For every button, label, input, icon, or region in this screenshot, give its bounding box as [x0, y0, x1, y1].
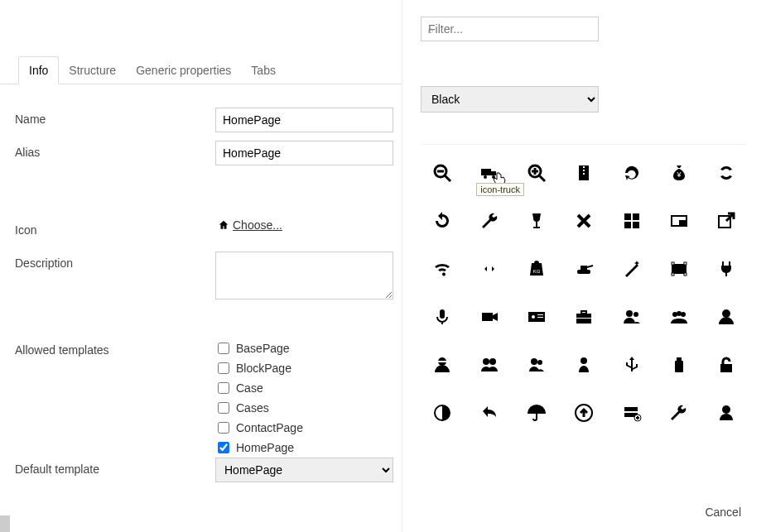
default-template-select[interactable]: HomePage	[215, 458, 393, 482]
mic-icon[interactable]	[422, 302, 461, 332]
umbrella-icon[interactable]	[518, 398, 556, 428]
name-input[interactable]	[215, 108, 393, 132]
icon-grid: icon-truck¥KG	[414, 150, 754, 482]
undo-icon[interactable]	[470, 398, 508, 428]
choose-icon-label: Choose...	[233, 218, 282, 232]
unlock-icon[interactable]	[707, 350, 746, 380]
svg-rect-36	[537, 314, 543, 315]
template-checkbox[interactable]	[218, 442, 229, 453]
svg-rect-55	[675, 361, 683, 372]
users-alt-icon[interactable]	[470, 350, 508, 380]
svg-point-45	[677, 311, 682, 316]
wrench-icon[interactable]	[470, 206, 508, 236]
template-checkbox[interactable]	[218, 402, 229, 414]
template-checkbox[interactable]	[218, 362, 229, 374]
template-label: Cases	[236, 401, 269, 415]
svg-rect-31	[684, 273, 687, 276]
wand-icon[interactable]	[612, 254, 651, 284]
svg-point-49	[483, 358, 489, 365]
svg-rect-54	[677, 357, 682, 361]
user-profile-icon[interactable]	[707, 398, 746, 428]
reload-icon[interactable]	[422, 206, 461, 236]
svg-rect-16	[624, 213, 631, 220]
weight-icon[interactable]: KG	[518, 254, 556, 284]
svg-text:KG: KG	[533, 269, 541, 274]
contrast-icon[interactable]	[422, 398, 461, 428]
user-female-icon[interactable]	[565, 350, 604, 380]
usb-icon[interactable]	[612, 350, 651, 380]
refresh-icon[interactable]	[612, 158, 651, 188]
money-bag-icon[interactable]: ¥	[659, 158, 698, 188]
alias-input[interactable]	[215, 141, 393, 165]
svg-rect-30	[672, 273, 674, 276]
tab-tabs[interactable]: Tabs	[241, 57, 286, 84]
server-add-icon[interactable]	[612, 398, 651, 428]
filter-input[interactable]	[421, 17, 599, 41]
description-label: Description	[15, 252, 215, 270]
choose-icon-button[interactable]: Choose...	[218, 218, 282, 232]
icon-tooltip: icon-truck	[476, 183, 524, 196]
svg-rect-17	[633, 213, 639, 220]
svg-rect-4	[491, 171, 496, 175]
cancel-button[interactable]: Cancel	[705, 506, 741, 519]
svg-point-51	[531, 358, 537, 365]
tank-icon[interactable]	[565, 254, 604, 284]
user-icon[interactable]	[707, 302, 746, 332]
zoom-out-icon[interactable]	[422, 158, 461, 188]
tab-structure[interactable]: Structure	[59, 57, 126, 84]
svg-rect-56	[720, 364, 732, 372]
svg-point-43	[672, 312, 677, 317]
upload-icon[interactable]	[565, 398, 604, 428]
template-item[interactable]: BlockPage	[218, 362, 393, 375]
close-icon[interactable]	[565, 206, 604, 236]
description-input[interactable]	[215, 252, 393, 300]
sync-icon[interactable]	[707, 158, 746, 188]
template-checkbox[interactable]	[218, 422, 229, 434]
template-item[interactable]: HomePage	[218, 441, 393, 454]
template-label: BlockPage	[236, 362, 291, 375]
svg-rect-13	[583, 170, 585, 171]
template-checkbox[interactable]	[218, 382, 229, 394]
template-label: Case	[236, 381, 263, 395]
icon-scroll-area[interactable]: icon-truck¥KG	[414, 124, 754, 482]
users-group-icon[interactable]	[659, 302, 698, 332]
allowed-templates-list: BasePageBlockPageCaseCasesContactPageHom…	[218, 338, 393, 454]
wifi-icon[interactable]	[422, 254, 461, 284]
svg-rect-3	[481, 169, 491, 175]
user-glasses-icon[interactable]	[422, 350, 461, 380]
id-card-icon[interactable]	[518, 302, 556, 332]
template-item[interactable]: BasePage	[218, 342, 393, 355]
template-item[interactable]: ContactPage	[218, 421, 393, 434]
svg-rect-27	[672, 264, 687, 274]
truck-icon[interactable]: icon-truck	[470, 158, 508, 188]
tabs-bar: Info Structure Generic properties Tabs	[0, 56, 402, 84]
default-template-label: Default template	[15, 458, 215, 476]
alias-label: Alias	[15, 141, 215, 159]
wine-icon[interactable]	[518, 206, 556, 236]
svg-point-46	[722, 309, 730, 318]
svg-rect-40	[576, 318, 591, 319]
share-out-icon[interactable]	[707, 206, 746, 236]
usb-drive-icon[interactable]	[659, 350, 698, 380]
width-icon[interactable]	[470, 254, 508, 284]
video-icon[interactable]	[470, 302, 508, 332]
template-item[interactable]: Case	[218, 381, 393, 395]
resize-handle[interactable]	[0, 515, 10, 532]
svg-rect-12	[583, 166, 585, 168]
plug-icon[interactable]	[707, 254, 746, 284]
briefcase-icon[interactable]	[565, 302, 604, 332]
users-pair-icon[interactable]	[518, 350, 556, 380]
panel-icon[interactable]	[659, 206, 698, 236]
icon-picker-panel: ⌕ Black icon-truck¥KG Cancel	[402, 0, 766, 532]
svg-rect-29	[684, 262, 687, 265]
tab-generic-properties[interactable]: Generic properties	[126, 57, 241, 84]
template-checkbox[interactable]	[218, 343, 229, 354]
color-select[interactable]: Black	[421, 86, 599, 113]
template-item[interactable]: Cases	[218, 401, 393, 415]
tab-info[interactable]: Info	[18, 56, 59, 84]
windows-icon[interactable]	[612, 206, 651, 236]
users-icon[interactable]	[612, 302, 651, 332]
zip-icon[interactable]	[565, 158, 604, 188]
tool-icon[interactable]	[659, 398, 698, 428]
film-icon[interactable]	[659, 254, 698, 284]
